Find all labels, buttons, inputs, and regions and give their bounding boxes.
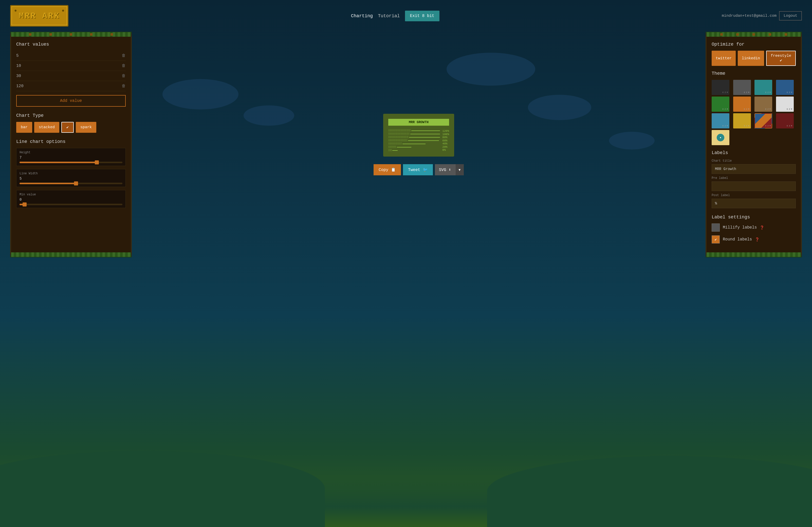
millify-toggle[interactable] — [712, 223, 720, 232]
pre-label-input[interactable] — [712, 181, 796, 191]
value-row: 30 🗑 — [16, 71, 126, 81]
chart-area: MRR GROWTH |||||||||||||||||||| ||||||||… — [132, 32, 706, 258]
delete-icon[interactable]: 🗑 — [122, 63, 126, 68]
theme-swatch-ltblue[interactable]: E Z M — [712, 113, 729, 129]
user-section: mindrudan+test@gmail.com Logout — [722, 11, 802, 20]
chart-type-section: Chart Type bar stacked ✔ spark — [16, 113, 126, 133]
nav-exit-button[interactable]: Exit 8 bit — [405, 11, 439, 21]
logo: MRR ARK — [10, 5, 69, 27]
round-toggle[interactable]: ✔ — [712, 235, 720, 244]
add-value-button[interactable]: Add value — [16, 95, 126, 107]
chart-title-display: MRR GROWTH — [388, 119, 449, 126]
theme-swatch-brown[interactable]: E Z M — [754, 97, 772, 112]
chart-type-buttons: bar stacked ✔ spark — [16, 122, 126, 133]
round-help-icon[interactable]: ❓ — [755, 237, 759, 242]
chart-title-input[interactable] — [712, 164, 796, 174]
chart-inner: |||||||||||||||||||| |||||||||||||||||||… — [388, 130, 449, 151]
logout-button[interactable]: Logout — [779, 11, 802, 20]
value-row: 120 🗑 — [16, 81, 126, 91]
chart-line-row: ||||||||||||||||||| — [388, 133, 440, 135]
action-buttons: Copy 📋 Tweet 🐦 SVG ⬇ ▼ — [374, 164, 464, 175]
chart-type-bar-button[interactable]: bar — [16, 122, 32, 133]
line-options-section: Line chart options Height 7 Line Width 5 — [16, 139, 126, 208]
optimize-linkedin-button[interactable]: linkedin — [738, 51, 764, 66]
y-label: 120% — [443, 130, 449, 132]
svg-dropdown-button[interactable]: ▼ — [455, 164, 464, 175]
minvalue-slider-label: Min value — [19, 193, 122, 196]
y-label: 0% — [443, 148, 449, 151]
theme-swatch-green[interactable]: E Z M — [712, 97, 729, 112]
value-text: 120 — [16, 84, 24, 88]
height-slider-label: Height — [19, 151, 122, 154]
value-text: 30 — [16, 74, 21, 78]
chart-values-title: Chart values — [16, 42, 126, 47]
optimize-label: Optimize for — [712, 42, 796, 47]
height-slider-track[interactable] — [19, 162, 122, 163]
tweet-button[interactable]: Tweet 🐦 — [403, 164, 433, 175]
nav-charting[interactable]: Charting — [351, 13, 373, 18]
y-label: 80% — [443, 136, 449, 139]
copy-button[interactable]: Copy 📋 — [374, 164, 401, 175]
labels-section-title: Labels — [712, 150, 796, 155]
theme-swatch-teal[interactable]: E Z M — [754, 80, 772, 95]
linewidth-slider-label: Line Width — [19, 172, 122, 175]
y-label: 20% — [443, 145, 449, 148]
round-toggle-row: ✔ Round labels ❓ — [712, 235, 796, 244]
linewidth-slider-value: 5 — [19, 177, 122, 181]
round-label: Round labels — [723, 237, 752, 242]
chart-line-row: |||||||||||||||||||| — [388, 130, 440, 132]
delete-icon[interactable]: 🗑 — [122, 73, 126, 78]
nav-tutorial[interactable]: Tutorial — [378, 13, 400, 18]
value-row: 10 🗑 — [16, 61, 126, 71]
y-label: 60% — [443, 139, 449, 142]
value-row: 5 🗑 — [16, 51, 126, 61]
chart-line-row: ||||||| — [388, 146, 440, 148]
chart-type-line-button[interactable]: ✔ — [61, 122, 74, 133]
logo-text: MRR ARK — [19, 11, 60, 20]
theme-swatch-white[interactable]: E Z M — [776, 97, 794, 112]
theme-swatch-multi[interactable]: E Z M — [754, 113, 772, 129]
theme-swatch-red[interactable]: E Z M — [776, 113, 794, 129]
millify-help-icon[interactable]: ❓ — [760, 225, 764, 230]
chart-display: MRR GROWTH |||||||||||||||||||| ||||||||… — [383, 114, 454, 157]
optimize-freestyle-button[interactable]: freestyle ✔ — [766, 51, 796, 66]
post-label-input[interactable] — [712, 199, 796, 208]
theme-swatch-special[interactable]: ● — [712, 130, 729, 145]
chart-title-field-label: Chart title — [712, 159, 796, 163]
svg-button-group: SVG ⬇ ▼ — [435, 164, 464, 175]
theme-label: Theme — [712, 71, 796, 76]
chart-type-label: Chart Type — [16, 113, 126, 118]
minvalue-slider-track[interactable] — [19, 204, 122, 205]
chart-line-row: |||||||||||| — [388, 143, 440, 145]
right-panel: Optimize for twitter linkedin freestyle … — [706, 32, 802, 258]
y-label: 40% — [443, 142, 449, 145]
label-settings-title: Label settings — [712, 215, 796, 220]
chart-line-row: ||| — [388, 149, 440, 151]
theme-swatch-dark[interactable]: E Z M — [712, 80, 729, 95]
chart-type-spark-button[interactable]: spark — [76, 122, 96, 133]
theme-swatch-orange[interactable]: E Z M — [733, 97, 751, 112]
minvalue-slider-value: 0 — [19, 197, 122, 202]
values-list: 5 🗑 10 🗑 30 🗑 120 🗑 — [16, 51, 126, 91]
height-slider-container: Height 7 — [16, 148, 126, 166]
chart-type-stacked-button[interactable]: stacked — [34, 122, 59, 133]
linewidth-slider-track[interactable] — [19, 183, 122, 184]
navigation: Charting Tutorial Exit 8 bit — [351, 11, 439, 21]
linewidth-slider-container: Line Width 5 — [16, 169, 126, 187]
optimize-twitter-button[interactable]: twitter — [712, 51, 736, 66]
chart-y-labels: 120% 100% 80% 60% 40% 20% 0% — [443, 130, 449, 151]
value-text: 5 — [16, 54, 19, 58]
theme-swatch-gray[interactable]: E Z M — [733, 80, 751, 95]
left-panel: Chart values 5 🗑 10 🗑 30 🗑 120 🗑 Add val… — [10, 32, 132, 258]
pre-label-field-label: Pre label — [712, 176, 796, 180]
theme-swatch-yellow[interactable]: E Z M — [733, 113, 751, 129]
delete-icon[interactable]: 🗑 — [122, 53, 126, 58]
post-label-field-label: Post label — [712, 193, 796, 197]
chart-line-row: ||||||||||||||||| — [388, 140, 440, 142]
delete-icon[interactable]: 🗑 — [122, 84, 126, 88]
svg-button[interactable]: SVG ⬇ — [435, 164, 455, 175]
optimize-buttons: twitter linkedin freestyle ✔ — [712, 51, 796, 66]
height-slider-value: 7 — [19, 156, 122, 160]
value-text: 10 — [16, 63, 21, 68]
theme-swatch-blue[interactable]: E Z M — [776, 80, 794, 95]
